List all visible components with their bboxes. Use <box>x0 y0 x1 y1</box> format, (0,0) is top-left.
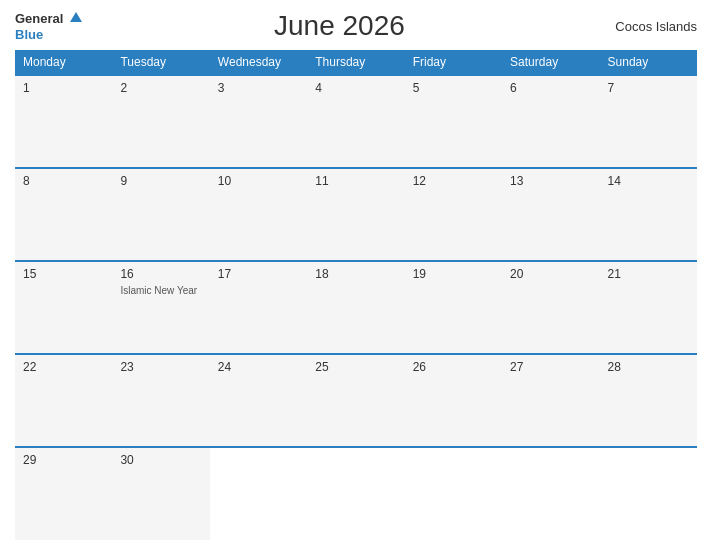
calendar-cell: 9 <box>112 168 209 261</box>
calendar-week-row: 1234567 <box>15 75 697 168</box>
day-number: 22 <box>23 360 104 374</box>
day-number: 10 <box>218 174 299 188</box>
logo-triangle-icon <box>70 12 82 22</box>
calendar-cell: 22 <box>15 354 112 447</box>
day-number: 25 <box>315 360 396 374</box>
logo: General Blue <box>15 10 82 42</box>
col-header-sunday: Sunday <box>600 50 697 75</box>
day-number: 28 <box>608 360 689 374</box>
calendar-week-row: 891011121314 <box>15 168 697 261</box>
day-number: 14 <box>608 174 689 188</box>
day-number: 16 <box>120 267 201 281</box>
calendar-cell: 5 <box>405 75 502 168</box>
day-number: 13 <box>510 174 591 188</box>
calendar-cell: 18 <box>307 261 404 354</box>
calendar-cell: 25 <box>307 354 404 447</box>
calendar-cell: 14 <box>600 168 697 261</box>
calendar-cell: 30 <box>112 447 209 540</box>
calendar-cell <box>502 447 599 540</box>
col-header-friday: Friday <box>405 50 502 75</box>
calendar-cell: 2 <box>112 75 209 168</box>
calendar-cell: 21 <box>600 261 697 354</box>
calendar-cell: 10 <box>210 168 307 261</box>
calendar-cell: 4 <box>307 75 404 168</box>
calendar-cell: 29 <box>15 447 112 540</box>
calendar-cell: 8 <box>15 168 112 261</box>
day-number: 6 <box>510 81 591 95</box>
day-number: 7 <box>608 81 689 95</box>
col-header-saturday: Saturday <box>502 50 599 75</box>
day-number: 1 <box>23 81 104 95</box>
day-number: 23 <box>120 360 201 374</box>
calendar-header: General Blue June 2026 Cocos Islands <box>15 10 697 42</box>
day-number: 9 <box>120 174 201 188</box>
calendar-cell: 27 <box>502 354 599 447</box>
calendar-week-row: 22232425262728 <box>15 354 697 447</box>
day-number: 5 <box>413 81 494 95</box>
day-number: 27 <box>510 360 591 374</box>
logo-blue-text: Blue <box>15 27 43 42</box>
calendar-cell: 15 <box>15 261 112 354</box>
region-label: Cocos Islands <box>597 19 697 34</box>
calendar-table: MondayTuesdayWednesdayThursdayFridaySatu… <box>15 50 697 540</box>
calendar-cell: 23 <box>112 354 209 447</box>
calendar-cell: 1 <box>15 75 112 168</box>
calendar-cell <box>307 447 404 540</box>
day-number: 19 <box>413 267 494 281</box>
day-number: 18 <box>315 267 396 281</box>
day-number: 2 <box>120 81 201 95</box>
day-number: 3 <box>218 81 299 95</box>
day-number: 4 <box>315 81 396 95</box>
col-header-wednesday: Wednesday <box>210 50 307 75</box>
calendar-cell: 12 <box>405 168 502 261</box>
calendar-cell: 28 <box>600 354 697 447</box>
calendar-cell: 20 <box>502 261 599 354</box>
calendar-cell: 3 <box>210 75 307 168</box>
day-number: 8 <box>23 174 104 188</box>
col-header-thursday: Thursday <box>307 50 404 75</box>
calendar-cell: 7 <box>600 75 697 168</box>
calendar-cell: 24 <box>210 354 307 447</box>
calendar-title: June 2026 <box>82 10 597 42</box>
calendar-cell <box>405 447 502 540</box>
logo-line2: Blue <box>15 26 82 42</box>
calendar-cell: 6 <box>502 75 599 168</box>
day-number: 17 <box>218 267 299 281</box>
day-number: 30 <box>120 453 201 467</box>
logo-general-text: General <box>15 11 63 26</box>
calendar-week-row: 2930 <box>15 447 697 540</box>
day-number: 24 <box>218 360 299 374</box>
day-number: 15 <box>23 267 104 281</box>
event-label: Islamic New Year <box>120 284 201 297</box>
col-header-monday: Monday <box>15 50 112 75</box>
calendar-cell: 26 <box>405 354 502 447</box>
day-number: 21 <box>608 267 689 281</box>
weekday-header-row: MondayTuesdayWednesdayThursdayFridaySatu… <box>15 50 697 75</box>
calendar-cell: 13 <box>502 168 599 261</box>
calendar-cell <box>210 447 307 540</box>
day-number: 12 <box>413 174 494 188</box>
calendar-cell <box>600 447 697 540</box>
day-number: 26 <box>413 360 494 374</box>
calendar-cell: 17 <box>210 261 307 354</box>
day-number: 11 <box>315 174 396 188</box>
calendar-cell: 16Islamic New Year <box>112 261 209 354</box>
day-number: 20 <box>510 267 591 281</box>
col-header-tuesday: Tuesday <box>112 50 209 75</box>
calendar-cell: 11 <box>307 168 404 261</box>
calendar-body: 12345678910111213141516Islamic New Year1… <box>15 75 697 540</box>
logo-line1: General <box>15 10 82 26</box>
calendar-cell: 19 <box>405 261 502 354</box>
day-number: 29 <box>23 453 104 467</box>
calendar-week-row: 1516Islamic New Year1718192021 <box>15 261 697 354</box>
